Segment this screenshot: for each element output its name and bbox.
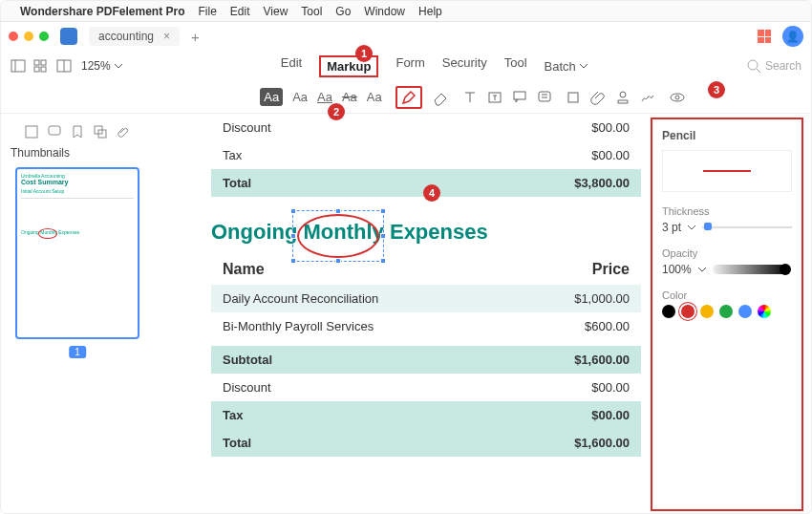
apps-grid-icon[interactable] [758, 30, 771, 43]
highlight-tool[interactable]: Aa [260, 88, 283, 106]
signature-tool[interactable] [640, 90, 655, 105]
menubar: Wondershare PDFelement Pro File Edit Vie… [1, 1, 811, 22]
user-avatar[interactable]: 👤 [782, 26, 803, 47]
color-swatch-red[interactable] [681, 305, 694, 318]
note-tool[interactable] [537, 90, 552, 105]
color-picker-button[interactable] [758, 305, 771, 318]
svg-rect-11 [514, 92, 525, 99]
section-heading: Ongoing Monthly Expenses [211, 197, 641, 254]
svg-rect-3 [41, 60, 46, 65]
sidebar-toggle-icon[interactable] [11, 58, 26, 74]
thumbnails-panel: Thumbnails Umbrella Accounting Cost Summ… [1, 114, 154, 514]
textbox-tool[interactable] [487, 90, 502, 105]
top-summary-table: Discount$00.00 Tax$00.00 Total$3,800.00 [211, 114, 641, 197]
stamp-tool[interactable] [615, 90, 630, 105]
document-tab-label: accounting [98, 30, 154, 43]
thumb-title: Cost Summary [21, 179, 134, 185]
thickness-value[interactable]: 3 pt [662, 221, 681, 234]
text-tool[interactable] [462, 90, 478, 105]
mode-form[interactable]: Form [395, 55, 424, 77]
callout-badge-2: 2 [328, 103, 345, 120]
menu-go[interactable]: Go [335, 5, 351, 18]
mode-batch-label: Batch [545, 59, 576, 74]
mode-edit[interactable]: Edit [281, 55, 302, 77]
search-box[interactable]: Search [746, 58, 801, 74]
thumbnails-tab-icon[interactable] [25, 125, 38, 139]
new-tab-button[interactable]: + [191, 29, 200, 45]
thickness-slider[interactable] [702, 226, 792, 228]
document-view[interactable]: Discount$00.00 Tax$00.00 Total$3,800.00 … [154, 114, 651, 514]
app-name: Wondershare PDFelement Pro [20, 5, 185, 18]
zoom-selector[interactable]: 125% [81, 59, 123, 73]
callout-tool[interactable] [512, 90, 527, 105]
attachments-tab-icon[interactable] [117, 125, 130, 139]
color-swatch-blue[interactable] [738, 305, 752, 318]
table-header: NamePrice [211, 254, 641, 285]
fullscreen-window-button[interactable] [39, 32, 49, 41]
mode-batch[interactable]: Batch [545, 55, 588, 77]
svg-rect-12 [539, 92, 550, 101]
table-row: Tax$00.00 [211, 401, 641, 429]
thumbnails-label: Thumbnails [11, 146, 144, 160]
reading-view-icon[interactable] [56, 58, 72, 74]
view-mode-buttons [11, 58, 72, 74]
callout-badge-1: 1 [355, 45, 373, 62]
app-logo-icon [60, 28, 77, 45]
svg-point-17 [671, 94, 684, 101]
pencil-tool[interactable] [395, 86, 422, 109]
shape-tool[interactable] [566, 90, 581, 105]
grid-view-icon[interactable] [33, 58, 49, 74]
menu-tool[interactable]: Tool [301, 5, 322, 18]
menu-edit[interactable]: Edit [230, 5, 250, 18]
close-window-button[interactable] [9, 32, 18, 41]
thumb-section1: Initial Account Setup [21, 188, 134, 194]
chevron-down-icon [697, 265, 707, 274]
menu-window[interactable]: Window [364, 5, 405, 18]
menu-view[interactable]: View [264, 5, 288, 18]
mode-security[interactable]: Security [442, 55, 487, 77]
thickness-label: Thickness [662, 205, 792, 217]
layers-tab-icon[interactable] [94, 125, 107, 139]
svg-point-18 [675, 96, 679, 99]
color-swatches [662, 305, 792, 318]
close-tab-button[interactable]: × [163, 30, 170, 43]
thumbnail-page-number: 1 [69, 346, 86, 358]
chevron-down-icon [114, 61, 123, 71]
menu-file[interactable]: File [199, 5, 217, 18]
page-thumbnail[interactable]: Umbrella Accounting Cost Summary Initial… [15, 167, 139, 339]
document-tab[interactable]: accounting × [89, 27, 180, 46]
chevron-down-icon [579, 61, 588, 71]
opacity-slider[interactable] [713, 265, 789, 274]
attachment-tool[interactable] [590, 90, 606, 105]
color-swatch-yellow[interactable] [700, 305, 714, 318]
svg-point-8 [748, 60, 758, 70]
table-row: Bi-Monthly Payroll Services$600.00 [211, 312, 641, 340]
panel-title: Pencil [662, 129, 792, 142]
hide-annotations-tool[interactable] [669, 89, 686, 106]
bookmarks-tab-icon[interactable] [71, 125, 84, 139]
color-swatch-green[interactable] [719, 305, 733, 318]
table-row: Discount$00.00 [211, 374, 641, 401]
stroke-preview [662, 150, 792, 192]
content-area: Thumbnails Umbrella Accounting Cost Summ… [1, 114, 811, 514]
svg-line-9 [757, 69, 760, 73]
menu-help[interactable]: Help [418, 5, 442, 18]
table-row-total: Total$1,600.00 [211, 429, 641, 457]
markup-toolbar: Aa Aa Aa Aa Aa [1, 81, 811, 114]
opacity-value[interactable]: 100% [662, 263, 692, 276]
svg-rect-2 [34, 60, 39, 65]
minimize-window-button[interactable] [24, 32, 33, 41]
svg-rect-4 [34, 67, 39, 72]
color-swatch-black[interactable] [662, 305, 675, 318]
underline-tool[interactable]: Aa [292, 90, 308, 104]
mode-tabs: Edit Markup Form Security Tool Batch [133, 55, 737, 77]
mode-tool[interactable]: Tool [504, 55, 527, 77]
selection-handles[interactable] [292, 210, 384, 262]
eraser-tool[interactable] [432, 89, 449, 106]
table-row: Discount$00.00 [211, 114, 641, 141]
squiggly-tool[interactable]: Aa [367, 90, 382, 104]
comments-tab-icon[interactable] [48, 125, 61, 139]
underline2-tool[interactable]: Aa [317, 90, 332, 104]
color-label: Color [662, 289, 792, 301]
strikethrough-tool[interactable]: Aa [342, 90, 357, 104]
